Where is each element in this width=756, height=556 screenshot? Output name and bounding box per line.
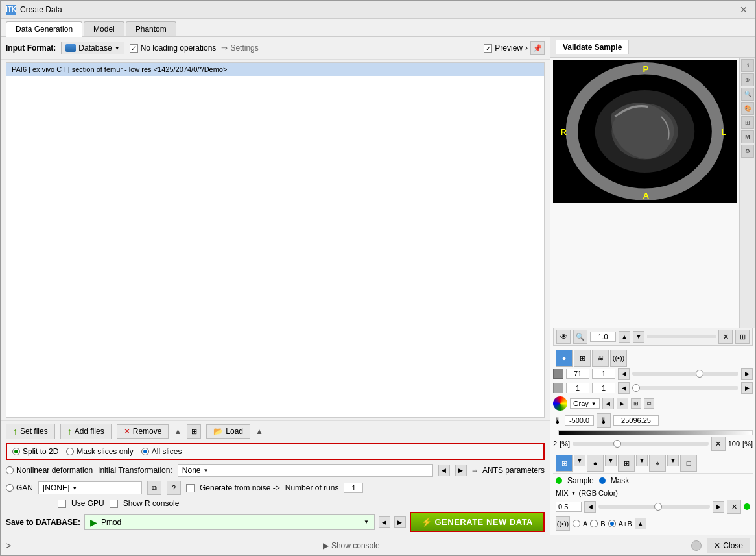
colormap-dropdown[interactable]: Gray ▼ xyxy=(570,398,600,409)
zoom-icon[interactable]: 🔍 xyxy=(741,88,754,101)
ab-expand-btn[interactable]: ▲ xyxy=(635,518,646,529)
ab-radio-btn[interactable] xyxy=(608,520,616,527)
file-list[interactable]: PAI6 | ex vivo CT | section of femur - l… xyxy=(6,62,545,418)
gan-copy-button[interactable]: ⧉ xyxy=(147,481,161,495)
tab-data-generation[interactable]: Data Generation xyxy=(6,21,82,37)
ab-radio[interactable]: A+B xyxy=(608,520,632,527)
database-button[interactable]: Database ▼ xyxy=(61,42,124,54)
tab-phantom[interactable]: Phantom xyxy=(126,21,176,36)
no-loading-checkbox[interactable]: ✓ xyxy=(130,44,138,53)
show-console-button[interactable]: ▶ Show console xyxy=(323,541,380,550)
gan-radio[interactable]: GAN xyxy=(6,483,33,492)
signal-icon-button[interactable]: ((•)) xyxy=(610,350,627,367)
show-console-checkbox[interactable] xyxy=(110,500,118,508)
gan-help-button[interactable]: ? xyxy=(167,481,181,495)
channel2-input1[interactable] xyxy=(566,383,589,393)
tab-model[interactable]: Model xyxy=(84,21,124,36)
range-bar[interactable] xyxy=(558,430,753,435)
cursor-ctrl[interactable]: ⌖ xyxy=(649,455,666,472)
colormap-settings-icon[interactable]: ⊞ xyxy=(631,398,641,409)
grid-ctrl-3[interactable]: ⊞ xyxy=(618,455,635,472)
split-radio-btn[interactable] xyxy=(12,448,20,455)
add-files-button[interactable]: ↑ Add files xyxy=(60,424,112,439)
color-icon[interactable]: 🎨 xyxy=(741,102,754,115)
percent-thumb[interactable] xyxy=(613,440,621,448)
channel2-thumb[interactable] xyxy=(632,384,640,392)
range-min-input[interactable] xyxy=(565,415,594,426)
square-ctrl[interactable]: □ xyxy=(680,455,697,472)
grid-view-button[interactable]: ⊞ xyxy=(187,424,201,439)
colormap-left-btn[interactable]: ◀ xyxy=(602,398,614,409)
reset-zoom-button[interactable]: ✕ xyxy=(718,330,733,344)
channel1-slider[interactable] xyxy=(632,372,738,376)
crosshair-icon[interactable]: ⊕ xyxy=(741,73,754,86)
grid-ctrl-1[interactable]: ⊞ xyxy=(556,455,573,472)
all-slices-radio[interactable]: All slices xyxy=(141,447,182,456)
settings-icon[interactable]: ⚙ xyxy=(741,145,754,158)
text-M-icon[interactable]: M xyxy=(741,130,754,143)
grid-down-btn2[interactable]: ▼ xyxy=(605,455,617,466)
runs-input[interactable]: 1 xyxy=(344,483,363,493)
nonlinear-radio[interactable]: Nonlinear deformation xyxy=(6,466,93,475)
grid-icon-button[interactable]: ⊞ xyxy=(574,350,591,367)
opacity-left-btn[interactable]: ◀ xyxy=(584,501,596,513)
file-item[interactable]: PAI6 | ex vivo CT | section of femur - l… xyxy=(6,63,544,76)
channel1-input1[interactable] xyxy=(566,369,589,379)
next-transform-button[interactable]: ▶ xyxy=(455,465,467,476)
opacity-slider[interactable] xyxy=(598,505,710,509)
zoom-out-button[interactable]: 🔍 xyxy=(573,330,587,344)
channel1-input2[interactable] xyxy=(592,369,615,379)
expand-button[interactable]: ⊞ xyxy=(735,330,750,344)
zoom-slider[interactable] xyxy=(647,335,716,338)
nonlinear-radio-btn[interactable] xyxy=(6,466,14,474)
save-prev-button[interactable]: ◀ xyxy=(379,516,390,528)
wave-icon-button[interactable]: ≋ xyxy=(592,350,609,367)
grid-ctrl-2[interactable]: ● xyxy=(587,455,604,472)
channel2-right-btn[interactable]: ▶ xyxy=(741,382,753,394)
channel1-right-btn[interactable]: ▶ xyxy=(741,368,753,380)
b-radio-btn[interactable] xyxy=(590,520,598,527)
zoom-input[interactable] xyxy=(590,332,616,342)
save-next-button[interactable]: ▶ xyxy=(394,516,406,528)
circle-icon-button[interactable]: ● xyxy=(556,350,573,367)
mask-slices-radio[interactable]: Mask slices only xyxy=(66,447,133,456)
percent-x-button[interactable]: ✕ xyxy=(711,437,726,451)
pmod-input[interactable]: ▶ Pmod ▼ xyxy=(84,514,375,530)
channel2-input2[interactable] xyxy=(592,383,615,393)
preview-pin-button[interactable]: 📌 xyxy=(530,41,545,55)
all-slices-radio-btn[interactable] xyxy=(141,448,149,455)
settings-link[interactable]: ⇒ Settings xyxy=(221,43,258,53)
a-radio-btn[interactable] xyxy=(573,520,580,527)
layout-icon[interactable]: ⊞ xyxy=(741,116,754,129)
opacity-input[interactable] xyxy=(556,502,582,512)
close-button[interactable]: ✕ Close xyxy=(707,538,750,553)
channel1-thumb[interactable] xyxy=(696,370,703,378)
generate-new-data-button[interactable]: ⚡ GENERATE NEW DATA xyxy=(410,512,545,532)
use-gpu-checkbox[interactable] xyxy=(58,500,66,508)
validate-sample-tab[interactable]: Validate Sample xyxy=(550,37,755,58)
gan-dropdown[interactable]: [NONE] ▼ xyxy=(38,481,142,494)
load-button[interactable]: 📂 Load xyxy=(206,424,250,439)
gan-radio-btn[interactable] xyxy=(6,484,14,492)
a-radio[interactable]: A xyxy=(573,520,587,527)
percent-slider[interactable] xyxy=(573,442,709,446)
mask-radio-btn[interactable] xyxy=(66,448,74,455)
b-radio[interactable]: B xyxy=(590,520,605,527)
set-files-button[interactable]: ↑ Set files xyxy=(6,424,55,439)
cursor-down-btn[interactable]: ▼ xyxy=(667,455,679,466)
generate-noise-checkbox[interactable] xyxy=(186,484,195,492)
channel2-slider[interactable] xyxy=(632,386,738,390)
channel1-left-btn[interactable]: ◀ xyxy=(618,368,630,380)
eye-button[interactable]: 👁 xyxy=(556,330,571,344)
opacity-x-button[interactable]: ✕ xyxy=(727,500,741,514)
zoom-up-button[interactable]: ▲ xyxy=(619,331,630,343)
preview-checkbox[interactable]: ✓ xyxy=(484,44,492,53)
prev-transform-button[interactable]: ◀ xyxy=(438,465,450,476)
remove-button[interactable]: ✕ Remove xyxy=(117,424,169,439)
info-icon[interactable]: ℹ xyxy=(741,59,754,72)
split-to-2d-radio[interactable]: Split to 2D xyxy=(12,447,58,456)
window-close-button[interactable]: ✕ xyxy=(737,3,750,16)
colormap-right-btn[interactable]: ▶ xyxy=(617,398,628,409)
opacity-right-btn[interactable]: ▶ xyxy=(713,501,724,513)
grid-down-btn[interactable]: ▼ xyxy=(574,455,585,466)
